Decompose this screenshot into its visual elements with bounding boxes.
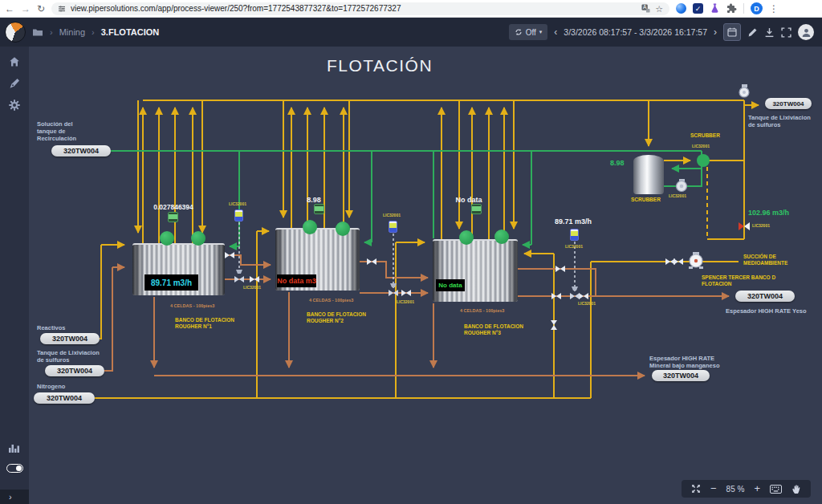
auto-refresh-dropdown[interactable]: Off ▾ (509, 24, 548, 40)
person-icon (801, 27, 812, 38)
site-settings-icon[interactable] (58, 5, 66, 13)
download-icon[interactable] (764, 27, 775, 38)
app-logo[interactable] (5, 22, 26, 43)
time-range-prev-button[interactable]: ‹ (554, 26, 557, 38)
tank2-agitator-icon (303, 220, 317, 234)
translate-icon[interactable]: A (641, 4, 650, 13)
fullscreen-icon[interactable] (781, 27, 791, 38)
sidebar-histogram-icon[interactable] (8, 441, 21, 453)
scrubber-vessel (633, 155, 664, 194)
scrubber-out-reading: 102.96 m3/h (748, 209, 789, 217)
tank3-agitator-icon (459, 230, 474, 245)
tank3-name: BANCO DE FLOTACIONROUGHER N°3 (464, 323, 523, 336)
scrubber-reading: 8.98 (610, 159, 625, 167)
browser-profile-avatar[interactable]: D (751, 2, 763, 14)
level-indicator-icon (234, 209, 243, 222)
sync-icon (515, 28, 523, 36)
forward-icon[interactable]: → (21, 0, 31, 18)
browser-menu-icon[interactable]: ⋮ (769, 0, 779, 18)
dest-lixiviacion-label: Tanque de Lixiviacion de sulfuros (748, 114, 811, 128)
source-recirculacion-label: Solución del tanque de Recirculación (37, 120, 76, 142)
tank1-flow-display: 89.71 m3/h (144, 274, 198, 291)
tank1-agitator-icon (191, 231, 206, 246)
toolbar-divider (743, 3, 744, 14)
level-indicator-icon (389, 221, 397, 233)
sidebar-home-icon[interactable] (9, 56, 20, 67)
folder-icon[interactable] (32, 27, 43, 37)
rougher3-out-reading: 89.71 m3/h (555, 217, 592, 226)
screen: ← → ↻ view.pipersolutions.com/app/proces… (0, 0, 822, 504)
diagram-title: FLOTACIÓN (291, 56, 468, 75)
fit-screen-icon[interactable] (691, 484, 701, 494)
back-icon[interactable]: ← (5, 0, 14, 18)
source-nitrogeno-label: Nitrogeno (37, 383, 65, 390)
tank1-transmitter-icon (168, 212, 178, 222)
sidebar-expand-strip[interactable]: › (0, 490, 29, 504)
lic-tag: LIC32001 (692, 144, 710, 148)
pan-hand-icon[interactable] (791, 484, 801, 494)
scrubber-label-top: SCRUBBER (690, 132, 720, 139)
user-avatar[interactable] (798, 24, 814, 40)
breadcrumb-separator: › (92, 27, 95, 37)
dest-espesador-yeso-label: Espesador HIGH RATE Yeso (726, 307, 807, 315)
address-bar[interactable]: view.pipersolutions.com/app/process-view… (51, 2, 669, 15)
tag-lixiviacion: 320TW004 (45, 365, 104, 376)
date-range-text[interactable]: 3/3/2026 08:17:57 - 3/3/2026 16:17:57 (564, 27, 707, 37)
tank1-agitator-icon (160, 231, 174, 246)
zoom-level: 85 % (726, 485, 745, 494)
lic-tag: LIC32001 (229, 201, 246, 206)
tank2-reading: 8.98 (290, 196, 338, 204)
tank1-reading: 0.027846394 (133, 203, 214, 211)
viewport-zoom-toolbar: − 85 % + (682, 480, 811, 498)
tank2-transmitter-icon (314, 204, 324, 214)
bookmark-star-icon[interactable]: ☆ (655, 0, 663, 18)
scrubber-ball-valve (697, 154, 710, 167)
sidebar-pen-icon[interactable] (9, 78, 20, 89)
lic-tag: LIC32001 (752, 223, 770, 228)
tank2-flow-display: No data m3 (277, 274, 316, 287)
sidebar-toggle-switch[interactable] (6, 464, 23, 473)
environment-suction-pump (689, 252, 703, 269)
app-header: › Mining › 3.FLOTACION Off ▾ ‹ 3/3/2026 … (0, 18, 822, 47)
tank2-name: BANCO DE FLOTACIONROUGHER N°2 (307, 311, 366, 324)
lic-tag: LIC32001 (383, 213, 401, 217)
reload-icon[interactable]: ↻ (37, 0, 45, 18)
tag-espesador-manganeso: 320TW004 (652, 370, 710, 381)
tank1-name: BANCO DE FLOTACIONROUGHER N°1 (175, 317, 234, 330)
lic-tag: LIC32001 (565, 244, 583, 249)
check-extension-icon[interactable]: ✓ (693, 3, 703, 14)
auto-refresh-label: Off (526, 28, 536, 37)
tank3-flow-display: No data (436, 279, 465, 291)
browser-chrome: ← → ↻ view.pipersolutions.com/app/proces… (0, 0, 822, 18)
tag-recirculacion: 320TW004 (51, 145, 111, 156)
copilot-extension-icon[interactable] (676, 3, 686, 14)
extensions-puzzle-icon[interactable] (726, 3, 737, 14)
url-text[interactable]: view.pipersolutions.com/app/process-view… (71, 4, 637, 13)
scrubber-label-bottom: SCRUBBER (631, 197, 661, 203)
spencer-annotation: SPENCER TERCER BANCO DFLOTACION (702, 274, 775, 287)
time-range-next-button[interactable]: › (714, 26, 717, 38)
calendar-icon (727, 27, 737, 37)
flask-extension-icon[interactable] (710, 3, 720, 14)
succion-annotation: SUCCIÓN DEMEDIOAMBIENTE (743, 254, 787, 266)
sidebar-settings-gear-icon[interactable] (9, 100, 20, 111)
caret-down-icon: ▾ (539, 29, 543, 35)
zoom-out-button[interactable]: − (710, 480, 717, 498)
source-lixiviacion-label: Tanque de Lixiviacion de sulfuros (37, 349, 100, 364)
edit-pencil-icon[interactable] (747, 27, 758, 38)
tank3-transmitter-icon (471, 204, 482, 214)
breadcrumb-root[interactable]: Mining (59, 27, 85, 37)
zoom-in-button[interactable]: + (754, 480, 760, 498)
tag-reactivos: 320TW004 (40, 333, 100, 344)
process-canvas[interactable]: FLOTACIÓN Solución del tanque de Recircu… (29, 47, 822, 504)
tag-espesador-yeso: 320TW004 (735, 291, 795, 302)
tank2-agitator-icon (336, 222, 350, 236)
expand-chevron-icon[interactable]: › (9, 492, 12, 502)
breadcrumb-separator: › (50, 27, 53, 37)
sidebar: › (0, 47, 29, 504)
breadcrumb-current-page: 3.FLOTACION (101, 27, 160, 37)
tank3-reading: No data (445, 196, 493, 204)
keyboard-shortcuts-icon[interactable] (770, 485, 782, 494)
calendar-button[interactable] (723, 23, 741, 41)
dest-espesador-manganeso-label: Espesador HIGH RATE Mineral bajo mangane… (649, 355, 720, 369)
